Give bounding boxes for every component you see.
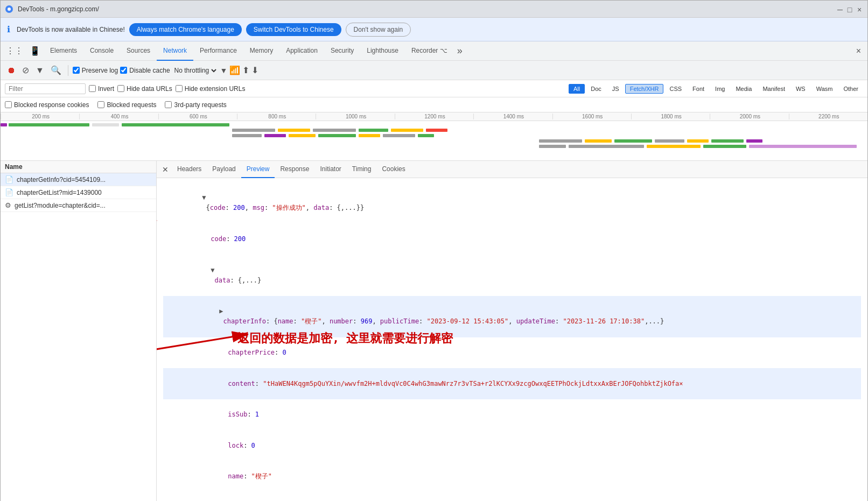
tab-elements[interactable]: Elements xyxy=(44,41,83,61)
timeline-ruler: 200 ms 400 ms 600 ms 800 ms 1000 ms 1200… xyxy=(1,112,867,121)
detail-tab-preview[interactable]: Preview xyxy=(241,161,275,178)
disable-cache-text: Disable cache xyxy=(129,67,170,74)
detail-tab-initiator[interactable]: Initiator xyxy=(314,161,346,178)
close-devtools-button[interactable]: × xyxy=(852,46,865,56)
detail-panel: ✕ Headers Payload Preview Response Initi… xyxy=(157,161,867,501)
file-icon-0: 📄 xyxy=(5,175,13,184)
detail-tab-response[interactable]: Response xyxy=(275,161,314,178)
preserve-log-checkbox[interactable] xyxy=(73,67,80,74)
detail-tab-payload[interactable]: Payload xyxy=(207,161,241,178)
throttle-select[interactable]: No throttling xyxy=(172,66,218,75)
file-list: 📄 chapterGetInfo?cid=5454109... 📄 chapte… xyxy=(1,173,156,501)
blocked-requests-label[interactable]: Blocked requests xyxy=(97,101,156,109)
json-preview[interactable]: ▼ {code: 200, msg: "操作成功", data: {,...}}… xyxy=(157,178,867,501)
network-toolbar: ⏺ ⊘ ▼ 🔍 Preserve log Disable cache No th… xyxy=(1,61,867,80)
tab-recorder[interactable]: Recorder ⌥ xyxy=(405,41,454,61)
detail-close-button[interactable]: ✕ xyxy=(159,165,172,174)
notification-bar: ℹ DevTools is now available in Chinese! … xyxy=(1,18,867,41)
file-item-0[interactable]: 📄 chapterGetInfo?cid=5454109... xyxy=(1,173,156,186)
match-language-button[interactable]: Always match Chrome's language xyxy=(129,23,242,36)
filter-input[interactable] xyxy=(5,83,86,94)
tab-memory[interactable]: Memory xyxy=(243,41,279,61)
file-panel: Name 📄 chapterGetInfo?cid=5454109... 📄 c… xyxy=(1,161,157,501)
minimize-button[interactable]: ─ xyxy=(836,5,844,13)
devtools-menu-icon[interactable]: ⋮⋮ xyxy=(6,46,23,56)
filter-css-button[interactable]: CSS xyxy=(664,84,687,94)
tab-console[interactable]: Console xyxy=(83,41,120,61)
json-data-toggle[interactable]: ▼ data: {,...} xyxy=(163,255,861,296)
filter-all-button[interactable]: All xyxy=(569,84,585,94)
switch-chinese-button[interactable]: Switch DevTools to Chinese xyxy=(246,23,341,36)
filter-font-button[interactable]: Font xyxy=(688,84,709,94)
tab-application[interactable]: Application xyxy=(279,41,324,61)
filter-img-button[interactable]: Img xyxy=(710,84,730,94)
blocked-requests-checkbox[interactable] xyxy=(97,101,104,108)
window-controls: ─ □ × xyxy=(836,5,863,13)
tick-1600: 1600 ms xyxy=(552,114,631,119)
data-toggle-icon[interactable]: ▼ xyxy=(211,266,214,274)
tab-network[interactable]: Network xyxy=(157,41,193,61)
wifi-icon-button[interactable]: 📶 xyxy=(229,65,240,75)
third-party-requests-label[interactable]: 3rd-party requests xyxy=(165,101,226,109)
hide-data-urls-checkbox[interactable] xyxy=(117,85,124,92)
throttle-dropdown-icon: ▼ xyxy=(220,66,228,75)
json-root-line[interactable]: ▼ {code: 200, msg: "操作成功", data: {,...}} xyxy=(163,182,861,224)
tick-2000: 2000 ms xyxy=(710,114,788,119)
window-title: DevTools - m.gongzicp.com/ xyxy=(18,5,836,13)
filter-js-button[interactable]: JS xyxy=(607,84,624,94)
search-button[interactable]: 🔍 xyxy=(48,64,64,76)
file-item-1[interactable]: 📄 chapterGetList?mid=1439000 xyxy=(1,186,156,199)
tab-security[interactable]: Security xyxy=(324,41,360,61)
detail-tab-headers[interactable]: Headers xyxy=(172,161,207,178)
blocked-response-cookies-checkbox[interactable] xyxy=(5,101,12,108)
hide-data-urls-label[interactable]: Hide data URLs xyxy=(117,85,172,93)
blocked-response-cookies-label[interactable]: Blocked response cookies xyxy=(5,101,89,109)
clear-button[interactable]: ⊘ xyxy=(20,64,31,76)
preserve-log-label[interactable]: Preserve log xyxy=(73,67,118,74)
timeline-bars xyxy=(1,121,867,153)
root-toggle[interactable]: ▼ xyxy=(202,194,206,201)
filter-doc-button[interactable]: Doc xyxy=(586,84,606,94)
device-toolbar-icon[interactable]: 📱 xyxy=(30,46,40,56)
export-button[interactable]: ⬇ xyxy=(251,65,258,75)
main-tab-bar: ⋮⋮ 📱 Elements Console Sources Network Pe… xyxy=(1,41,867,61)
tick-2200: 2200 ms xyxy=(789,114,867,119)
file-name-1: chapterGetList?mid=1439000 xyxy=(17,189,102,196)
file-item-2[interactable]: ⚙ getList?module=chapter&cid=... xyxy=(1,199,156,212)
disable-cache-label[interactable]: Disable cache xyxy=(120,67,170,74)
invert-text: Invert xyxy=(98,85,114,93)
json-chapterinfo-line[interactable]: ▶ chapterInfo: {name: "楔子", number: 969,… xyxy=(163,296,861,337)
detail-tab-timing[interactable]: Timing xyxy=(347,161,377,178)
tab-lighthouse[interactable]: Lighthouse xyxy=(360,41,405,61)
filter-other-button[interactable]: Other xyxy=(838,84,863,94)
chrome-icon xyxy=(5,5,13,13)
file-icon-1: 📄 xyxy=(5,188,13,196)
filter-ws-button[interactable]: WS xyxy=(791,84,810,94)
disable-cache-checkbox[interactable] xyxy=(120,67,127,74)
chapterinfo-toggle[interactable]: ▶ xyxy=(219,307,223,315)
filter-fetch-xhr-button[interactable]: Fetch/XHR xyxy=(625,84,664,94)
detail-tab-cookies[interactable]: Cookies xyxy=(376,161,410,178)
tab-sources[interactable]: Sources xyxy=(120,41,157,61)
record-button[interactable]: ⏺ xyxy=(5,65,18,76)
invert-checkbox[interactable] xyxy=(89,85,96,92)
filter-manifest-button[interactable]: Manifest xyxy=(758,84,790,94)
dont-show-button[interactable]: Don't show again xyxy=(346,23,411,37)
more-tabs-button[interactable]: » xyxy=(454,45,466,57)
notification-text: DevTools is now available in Chinese! xyxy=(17,26,125,33)
filter-media-button[interactable]: Media xyxy=(731,84,757,94)
close-button[interactable]: × xyxy=(856,5,863,13)
tab-performance[interactable]: Performance xyxy=(193,41,243,61)
hide-ext-urls-label[interactable]: Hide extension URLs xyxy=(176,85,246,93)
invert-label[interactable]: Invert xyxy=(89,85,114,93)
detail-tabs: ✕ Headers Payload Preview Response Initi… xyxy=(157,161,867,178)
hide-ext-urls-checkbox[interactable] xyxy=(176,85,183,92)
third-party-requests-checkbox[interactable] xyxy=(165,101,172,108)
maximize-button[interactable]: □ xyxy=(846,5,853,13)
filter-wasm-button[interactable]: Wasm xyxy=(811,84,838,94)
filter-icon-button[interactable]: ▼ xyxy=(33,65,46,76)
import-button[interactable]: ⬆ xyxy=(242,65,249,75)
title-bar: DevTools - m.gongzicp.com/ ─ □ × xyxy=(1,1,867,18)
timeline[interactable]: 200 ms 400 ms 600 ms 800 ms 1000 ms 1200… xyxy=(1,112,867,161)
blocked-bar: Blocked response cookies Blocked request… xyxy=(1,97,867,112)
